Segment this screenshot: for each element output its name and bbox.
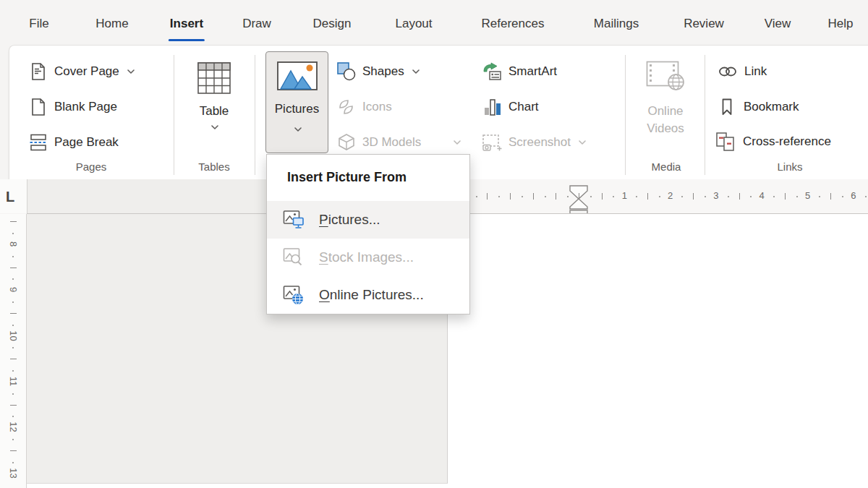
smartart-label: SmartArt xyxy=(509,64,557,79)
links-group-label: Links xyxy=(777,160,802,173)
h-ruler: 123456 xyxy=(470,179,868,214)
ruler-corner: L xyxy=(0,179,27,213)
cross-reference-button[interactable]: Cross-reference xyxy=(715,131,831,153)
chart-label: Chart xyxy=(509,100,539,114)
group-separator xyxy=(255,55,255,175)
v-ruler: 8910111213 xyxy=(0,214,27,488)
insert-picture-dropdown: Insert Picture From Pictures... Stock Im… xyxy=(266,154,470,314)
3d-models-button[interactable]: 3D Models xyxy=(337,132,461,153)
media-group-label: Media xyxy=(652,160,681,173)
shapes-icon xyxy=(337,62,356,81)
tab-insert[interactable]: Insert xyxy=(170,12,203,36)
tab-home[interactable]: Home xyxy=(95,12,128,36)
stock-images-icon xyxy=(283,247,305,267)
screenshot-label: Screenshot xyxy=(509,135,571,150)
pictures-label: Pictures xyxy=(275,102,319,116)
pictures-icon xyxy=(276,60,318,93)
tab-draw[interactable]: Draw xyxy=(242,12,271,36)
chevron-down-icon xyxy=(127,69,135,74)
icons-label: Icons xyxy=(362,100,392,114)
indent-marker[interactable] xyxy=(569,185,589,214)
tab-review[interactable]: Review xyxy=(684,12,724,36)
tab-layout[interactable]: Layout xyxy=(395,12,432,36)
cover-page-label: Cover Page xyxy=(54,64,119,79)
tab-file[interactable]: File xyxy=(29,12,48,36)
shapes-button[interactable]: Shapes xyxy=(337,61,420,82)
chevron-down-icon xyxy=(294,127,302,132)
smartart-icon xyxy=(482,62,502,81)
group-separator xyxy=(625,55,626,175)
link-icon xyxy=(718,64,738,79)
table-icon xyxy=(197,61,231,95)
tables-group-label: Tables xyxy=(198,160,229,173)
icons-button[interactable]: Icons xyxy=(337,96,392,118)
group-separator xyxy=(705,55,705,175)
cross-reference-label: Cross-reference xyxy=(743,134,831,149)
smartart-button[interactable]: SmartArt xyxy=(482,61,557,82)
tab-view[interactable]: View xyxy=(765,12,791,36)
screenshot-button[interactable]: Screenshot xyxy=(482,132,586,153)
cover-page-button[interactable]: Cover Page xyxy=(29,61,135,82)
chart-button[interactable]: Chart xyxy=(483,96,539,118)
online-videos-button[interactable]: Online Videos xyxy=(637,61,694,137)
dropdown-item-label: Pictures... xyxy=(319,212,380,228)
chevron-down-icon xyxy=(579,140,586,145)
chevron-down-icon xyxy=(211,125,218,129)
dropdown-item-stock-images[interactable]: Stock Images... xyxy=(267,239,469,276)
dropdown-item-online-pictures[interactable]: Online Pictures... xyxy=(267,276,469,314)
group-separator xyxy=(174,55,174,175)
online-videos-icon xyxy=(646,61,685,91)
pictures-button[interactable]: Pictures xyxy=(265,51,328,153)
online-pictures-icon xyxy=(283,285,305,305)
tab-selector[interactable]: L xyxy=(6,189,14,205)
link-button[interactable]: Link xyxy=(718,61,767,82)
dropdown-item-label: Online Pictures... xyxy=(319,287,424,303)
bookmark-icon xyxy=(720,98,733,116)
tab-design[interactable]: Design xyxy=(313,12,352,36)
cover-page-icon xyxy=(29,62,48,81)
chart-icon xyxy=(483,98,502,116)
table-button[interactable]: Table xyxy=(191,61,237,129)
blank-page-button[interactable]: Blank Page xyxy=(29,96,117,118)
icons-icon xyxy=(337,98,356,116)
link-label: Link xyxy=(744,64,767,79)
bookmark-button[interactable]: Bookmark xyxy=(720,96,799,118)
table-label: Table xyxy=(200,104,229,119)
chevron-down-icon xyxy=(454,140,461,145)
bookmark-label: Bookmark xyxy=(744,100,799,114)
3d-models-label: 3D Models xyxy=(362,135,421,150)
blank-page-label: Blank Page xyxy=(54,100,117,114)
dropdown-item-label: Stock Images... xyxy=(319,249,414,265)
3d-models-icon xyxy=(337,133,356,152)
online-videos-label: Online Videos xyxy=(642,103,689,137)
dropdown-title: Insert Picture From xyxy=(287,170,469,185)
page-break-icon xyxy=(29,133,48,152)
page-break-button[interactable]: Page Break xyxy=(29,132,119,153)
chevron-down-icon xyxy=(412,69,420,74)
blank-page-icon xyxy=(29,98,48,116)
menu-bar: File Home Insert Draw Design Layout Refe… xyxy=(0,0,868,45)
tab-references[interactable]: References xyxy=(482,12,545,36)
tab-mailings[interactable]: Mailings xyxy=(594,12,639,36)
page-break-label: Page Break xyxy=(54,135,119,150)
pictures-from-device-icon xyxy=(283,210,305,230)
pages-group-label: Pages xyxy=(76,160,107,173)
cross-reference-icon xyxy=(715,132,736,152)
dropdown-item-pictures[interactable]: Pictures... xyxy=(267,201,469,239)
screenshot-icon xyxy=(482,133,502,152)
shapes-label: Shapes xyxy=(362,64,404,79)
tab-help[interactable]: Help xyxy=(828,12,854,36)
